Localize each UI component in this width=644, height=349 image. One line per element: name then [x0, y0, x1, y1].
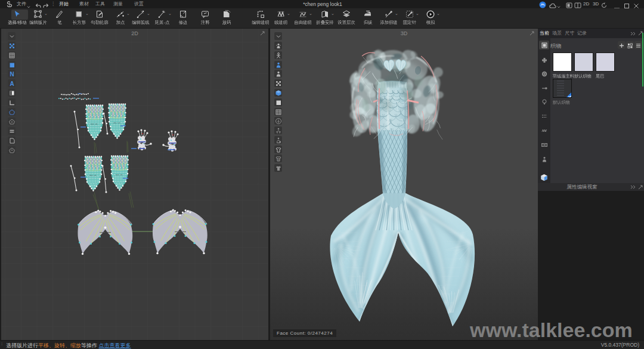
svg-text:A: A	[10, 81, 14, 87]
svg-text:N: N	[10, 71, 14, 78]
